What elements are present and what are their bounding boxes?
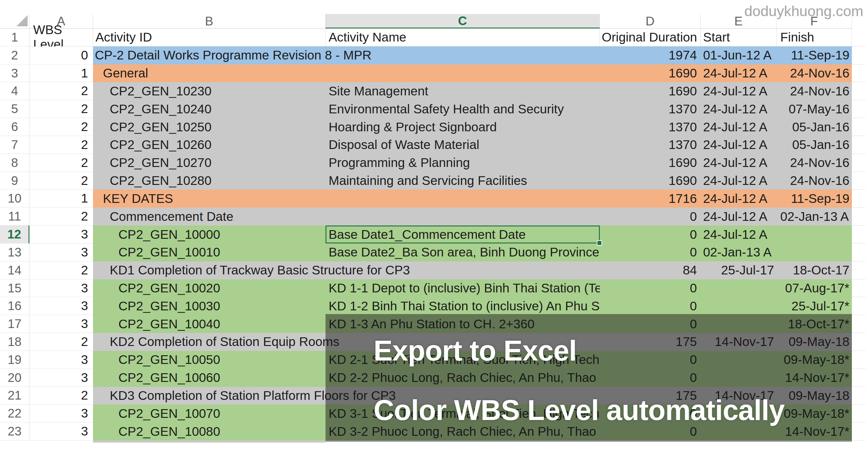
cell-C9[interactable]: Maintaining and Servicing Facilities	[326, 172, 600, 190]
cell-B15[interactable]: CP2_GEN_10020	[93, 280, 326, 297]
cell-C7[interactable]: Disposal of Waste Material	[326, 136, 600, 154]
cell-C6[interactable]: Hoarding & Project Signboard	[326, 118, 600, 136]
cell-B18[interactable]: KD2 Completion of Station Equip Rooms	[93, 333, 326, 351]
cell-A19[interactable]: 3	[29, 351, 93, 369]
cell-A8[interactable]: 2	[29, 154, 93, 172]
cell-C15[interactable]: KD 1-1 Depot to (inclusive) Binh Thai St…	[326, 280, 600, 297]
cell-F8[interactable]: 24-Nov-16	[777, 154, 852, 172]
cell-F13[interactable]	[777, 243, 852, 261]
cell-A6[interactable]: 2	[29, 118, 93, 136]
row-header-13[interactable]: 13	[0, 243, 29, 261]
row-header-10[interactable]: 10	[0, 190, 29, 207]
cell-D10[interactable]: 1716	[600, 190, 701, 207]
cell-B8[interactable]: CP2_GEN_10270	[93, 154, 326, 172]
row-header-17[interactable]: 17	[0, 315, 29, 333]
row-header-7[interactable]: 7	[0, 136, 29, 154]
cell-C8[interactable]: Programming & Planning	[326, 154, 600, 172]
cell-E7[interactable]: 24-Jul-12 A	[701, 136, 777, 154]
cell-B23[interactable]: CP2_GEN_10080	[93, 422, 326, 441]
cell-B17[interactable]: CP2_GEN_10040	[93, 315, 326, 333]
cell-E2[interactable]: 01-Jun-12 A	[701, 46, 777, 64]
row-header-6[interactable]: 6	[0, 118, 29, 136]
cell-A11[interactable]: 2	[29, 207, 93, 226]
cell-D7[interactable]: 1370	[600, 136, 701, 154]
cell-D13[interactable]: 0	[600, 243, 701, 261]
cell-C2[interactable]	[326, 46, 600, 64]
cell-A1[interactable]: WBS Level	[29, 29, 93, 46]
cell-A4[interactable]: 2	[29, 82, 93, 100]
cell-F3[interactable]: 24-Nov-16	[777, 64, 852, 83]
cell-B16[interactable]: CP2_GEN_10030	[93, 297, 326, 315]
row-header-2[interactable]: 2	[0, 46, 29, 64]
cell-E6[interactable]: 24-Jul-12 A	[701, 118, 777, 136]
cell-D15[interactable]: 0	[600, 280, 701, 297]
cell-C1[interactable]: Activity Name	[326, 29, 600, 46]
cell-D11[interactable]: 0	[600, 207, 701, 226]
cell-C13[interactable]: Base Date2_Ba Son area, Binh Duong Provi…	[326, 243, 600, 261]
row-header-9[interactable]: 9	[0, 172, 29, 190]
cell-B2[interactable]: CP-2 Detail Works Programme Revision 8 -…	[93, 46, 326, 64]
row-header-22[interactable]: 22	[0, 404, 29, 422]
cell-E9[interactable]: 24-Jul-12 A	[701, 172, 777, 190]
cell-F4[interactable]: 24-Nov-16	[777, 82, 852, 100]
cell-A18[interactable]: 2	[29, 333, 93, 351]
cell-C5[interactable]: Environmental Safety Health and Security	[326, 100, 600, 118]
cell-E15[interactable]	[701, 280, 777, 297]
row-header-20[interactable]: 20	[0, 369, 29, 387]
cell-B13[interactable]: CP2_GEN_10010	[93, 243, 326, 261]
cell-A13[interactable]: 3	[29, 243, 93, 261]
cell-D16[interactable]: 0	[600, 297, 701, 315]
cell-A5[interactable]: 2	[29, 100, 93, 118]
row-header-23[interactable]: 23	[0, 422, 29, 441]
column-header-B[interactable]: B	[93, 14, 326, 29]
cell-C16[interactable]: KD 1-2 Binh Thai Station to (inclusive) …	[326, 297, 600, 315]
cell-C3[interactable]	[326, 64, 600, 83]
column-header-D[interactable]: D	[600, 14, 701, 29]
cell-F10[interactable]: 11-Sep-19	[777, 190, 852, 207]
cell-B14[interactable]: KD1 Completion of Trackway Basic Structu…	[93, 261, 326, 280]
select-all-button[interactable]	[0, 14, 29, 29]
row-header-19[interactable]: 19	[0, 351, 29, 369]
cell-E10[interactable]: 24-Jul-12 A	[701, 190, 777, 207]
cell-D4[interactable]: 1690	[600, 82, 701, 100]
cell-D8[interactable]: 1690	[600, 154, 701, 172]
column-header-C[interactable]: C	[326, 14, 600, 29]
cell-F16[interactable]: 25-Jul-17*	[777, 297, 852, 315]
row-header-14[interactable]: 14	[0, 261, 29, 280]
cell-F9[interactable]: 24-Nov-16	[777, 172, 852, 190]
row-header-18[interactable]: 18	[0, 333, 29, 351]
cell-B22[interactable]: CP2_GEN_10070	[93, 404, 326, 422]
cell-E13[interactable]: 02-Jan-13 A	[701, 243, 777, 261]
cell-C14[interactable]	[326, 261, 600, 280]
fill-handle[interactable]	[597, 240, 602, 246]
cell-D6[interactable]: 1370	[600, 118, 701, 136]
cell-B3[interactable]: General	[93, 64, 326, 83]
cell-D2[interactable]: 1974	[600, 46, 701, 64]
cell-C4[interactable]: Site Management	[326, 82, 600, 100]
cell-B6[interactable]: CP2_GEN_10250	[93, 118, 326, 136]
row-header-8[interactable]: 8	[0, 154, 29, 172]
row-header-21[interactable]: 21	[0, 387, 29, 405]
row-header-11[interactable]: 11	[0, 207, 29, 226]
cell-A15[interactable]: 3	[29, 280, 93, 297]
cell-F7[interactable]: 05-Jan-16	[777, 136, 852, 154]
cell-C11[interactable]	[326, 207, 600, 226]
row-header-3[interactable]: 3	[0, 64, 29, 83]
cell-F2[interactable]: 11-Sep-19	[777, 46, 852, 64]
cell-F5[interactable]: 07-May-16	[777, 100, 852, 118]
cell-E1[interactable]: Start	[701, 29, 777, 46]
cell-D1[interactable]: Original Duration	[600, 29, 701, 46]
cell-E3[interactable]: 24-Jul-12 A	[701, 64, 777, 83]
cell-D3[interactable]: 1690	[600, 64, 701, 83]
cell-C10[interactable]	[326, 190, 600, 207]
cell-A23[interactable]: 3	[29, 422, 93, 441]
cell-B11[interactable]: Commencement Date	[93, 207, 326, 226]
cell-D12[interactable]: 0	[600, 226, 701, 243]
cell-E5[interactable]: 24-Jul-12 A	[701, 100, 777, 118]
cell-D9[interactable]: 1690	[600, 172, 701, 190]
cell-D14[interactable]: 84	[600, 261, 701, 280]
cell-B12[interactable]: CP2_GEN_10000	[93, 226, 326, 243]
cell-B10[interactable]: KEY DATES	[93, 190, 326, 207]
cell-C12[interactable]: Base Date1_Commencement Date	[326, 226, 600, 243]
cell-E16[interactable]	[701, 297, 777, 315]
